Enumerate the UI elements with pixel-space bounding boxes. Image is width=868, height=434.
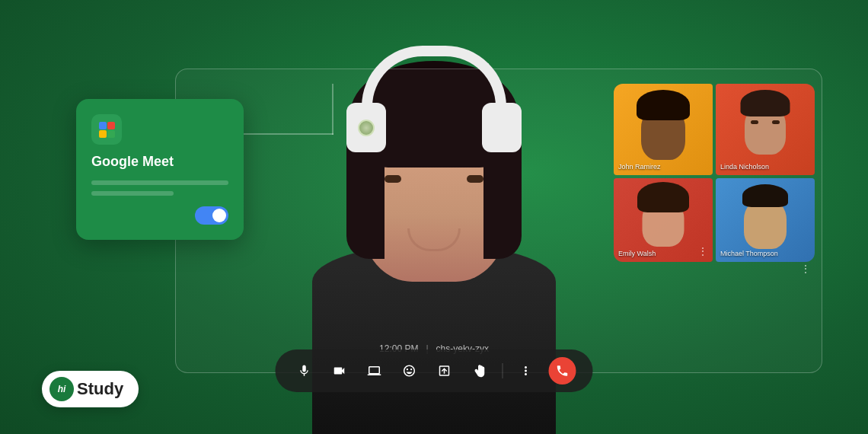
headphone-cup-left	[346, 103, 386, 152]
participant-cell-4: Michael Thompson	[716, 178, 815, 262]
participant-cell-1: John Ramirez	[614, 84, 713, 175]
icon-red	[107, 122, 115, 129]
controls-bar	[276, 349, 593, 392]
hair-2	[741, 90, 790, 116]
participants-grid: John Ramirez Linda Nicholson Emily Walsh…	[614, 84, 815, 262]
participant-name-3: Emily Walsh	[618, 250, 656, 257]
headphone-accent-left	[358, 120, 375, 136]
meet-card-title: Google Meet	[91, 154, 228, 170]
participant-more-btn-3[interactable]: ⋮	[697, 245, 708, 257]
participant-cell-2: Linda Nicholson	[716, 84, 815, 175]
meet-card: Google Meet	[76, 99, 244, 240]
glasses-r	[772, 120, 780, 124]
participant-name-4: Michael Thompson	[720, 250, 778, 257]
emoji-button[interactable]	[397, 359, 422, 383]
hair-4	[742, 184, 788, 207]
controls-divider	[503, 363, 503, 378]
icon-blue	[99, 122, 107, 129]
histudy-logo: hi Study	[42, 371, 139, 407]
raise-hand-button[interactable]	[468, 359, 492, 383]
participant-avatar-1	[614, 84, 713, 175]
headphone-cup-right	[482, 103, 522, 152]
more-options-button[interactable]	[514, 359, 538, 383]
glasses-l	[751, 120, 758, 124]
google-meet-icon	[99, 122, 115, 138]
present-button[interactable]	[432, 359, 457, 383]
participant-avatar-2	[716, 84, 815, 175]
meet-card-toggle-row	[91, 206, 228, 225]
icon-yellow	[99, 130, 107, 138]
meet-card-line-1	[91, 180, 228, 185]
meet-card-icon-bg	[91, 114, 122, 145]
participant-cell-3: Emily Walsh ⋮	[614, 178, 713, 262]
mic-button[interactable]	[292, 359, 317, 383]
headphone-band	[362, 46, 506, 107]
toggle-knob	[212, 209, 226, 222]
meet-card-line-2	[91, 191, 174, 196]
hair-1	[637, 90, 690, 120]
camera-button[interactable]	[327, 359, 352, 383]
participant-name-1: John Ramirez	[618, 163, 661, 171]
screen-share-button[interactable]	[362, 359, 387, 383]
meet-card-toggle[interactable]	[195, 206, 228, 225]
icon-green	[107, 130, 115, 138]
headphones	[343, 46, 525, 152]
logo-hi-text: hi	[58, 384, 66, 394]
participant-name-2: Linda Nicholson	[720, 163, 769, 171]
logo-hi-badge: hi	[49, 377, 74, 401]
end-call-button[interactable]	[549, 357, 576, 385]
logo-study-text: Study	[77, 379, 123, 399]
hair-3	[637, 182, 689, 212]
grid-more-options-button[interactable]: ⋮	[800, 263, 811, 275]
